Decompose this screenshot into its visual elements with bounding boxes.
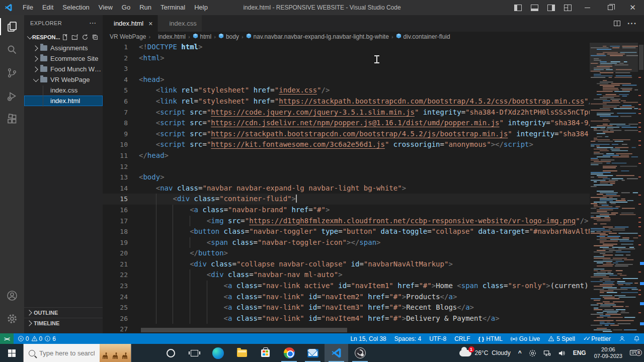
code-line-14[interactable]: 14 <nav class="navbar navbar-expand-lg n… (103, 183, 590, 194)
weather-widget[interactable]: 1 26°C Cloudy (455, 349, 515, 356)
code-line-9[interactable]: 9 <script src="https://stackpath.bootstr… (103, 129, 590, 140)
code-line-20[interactable]: 20 </button> (103, 248, 590, 259)
panel-timeline[interactable]: TIMELINE (24, 318, 103, 328)
code-line-15[interactable]: 15 <div class="container-fluid"> (103, 194, 590, 205)
language-indicator[interactable]: ENG (569, 349, 590, 356)
start-button[interactable] (0, 344, 23, 362)
task-view-button[interactable] (183, 344, 206, 362)
overview-ruler[interactable] (638, 42, 644, 333)
menu-selection[interactable]: Selection (58, 0, 94, 15)
tab-index.css[interactable]: index.css (158, 15, 202, 32)
close-button[interactable]: ✕ (621, 0, 644, 15)
new-file-icon[interactable] (61, 34, 68, 41)
menu-run[interactable]: Run (135, 0, 156, 15)
status-prettier[interactable]: ✓✓Prettier (579, 333, 615, 344)
breadcrumb-item[interactable]: html (193, 33, 212, 40)
explorer-more-icon[interactable]: ··· (90, 20, 97, 26)
tree-item-vr-webpage[interactable]: VR WebPage (24, 74, 103, 85)
code-line-12[interactable]: 12 (103, 161, 590, 172)
split-editor-icon[interactable] (614, 21, 620, 26)
code-line-6[interactable]: 6 <link rel="stylesheet" href="https://s… (103, 96, 590, 107)
code-line-13[interactable]: 13<body> (103, 172, 590, 183)
customize-layout-icon[interactable] (564, 5, 572, 11)
taskbar-search[interactable] (23, 344, 131, 362)
breadcrumb-item[interactable]: body (218, 33, 239, 40)
problems-indicator[interactable]: 006 (14, 335, 60, 342)
status-feedback[interactable] (615, 333, 629, 344)
extensions-icon[interactable] (0, 108, 24, 131)
taskbar-clock[interactable]: 20:06 07-09-2023 (590, 346, 626, 359)
tree-item-index-html[interactable]: index.html (24, 96, 103, 106)
panel-outline[interactable]: OUTLINE (24, 307, 103, 318)
search-icon[interactable] (0, 38, 24, 61)
breadcrumb-item[interactable]: div.container-fluid (396, 33, 450, 40)
teams-tray-icon[interactable] (525, 349, 540, 357)
obs-button[interactable] (348, 344, 372, 362)
code-line-1[interactable]: 1<!DOCTYPE html> (103, 42, 590, 53)
refresh-icon[interactable] (82, 34, 89, 41)
menu-file[interactable]: File (18, 0, 38, 15)
account-icon[interactable] (0, 284, 24, 307)
tree-item-food-munch-web-[interactable]: Food Munch Web... (24, 64, 103, 74)
status-go-live[interactable]: Go Live (507, 333, 544, 344)
code-line-21[interactable]: 21 <div class="collapse navbar-collapse"… (103, 259, 590, 270)
source-control-icon[interactable] (0, 61, 24, 84)
horizontal-scrollbar[interactable] (141, 328, 347, 332)
more-actions-icon[interactable]: ··· (627, 19, 637, 28)
tree-item-assignments[interactable]: Assignments (24, 43, 103, 53)
code-line-24[interactable]: 24 <a class="nav-link" id="navItem2" hre… (103, 292, 590, 303)
code-line-16[interactable]: 16 <a class="navbar-brand" href="#"> (103, 205, 590, 216)
menu-go[interactable]: Go (117, 0, 135, 15)
minimize-button[interactable] (576, 0, 599, 15)
toggle-panel-icon[interactable] (531, 5, 538, 11)
tree-item-index-css[interactable]: index.css (24, 85, 103, 96)
status-spell[interactable]: 5 Spell (544, 333, 579, 344)
code-line-7[interactable]: 7 <script src="https://code.jquery.com/j… (103, 107, 590, 118)
code-line-4[interactable]: 4<head> (103, 74, 590, 85)
new-folder-icon[interactable] (71, 34, 78, 41)
code-line-18[interactable]: 18 <button class="navbar-toggler" type="… (103, 226, 590, 237)
mail-button[interactable] (301, 344, 325, 362)
status-encoding[interactable]: UTF-8 (425, 333, 450, 344)
volume-tray-icon[interactable] (554, 349, 569, 357)
breadcrumb-item[interactable]: index.html (153, 33, 186, 40)
maximize-button[interactable] (599, 0, 621, 15)
code-line-25[interactable]: 25 <a class="nav-link" id="navItem3" hre… (103, 302, 590, 313)
store-button[interactable] (254, 344, 277, 362)
settings-gear-icon[interactable] (0, 307, 24, 330)
workspace-section-header[interactable]: RESPON... (24, 31, 103, 43)
tree-item-ecommerce-site[interactable]: Ecommerce Site (24, 53, 103, 64)
code-line-5[interactable]: 5 <link rel="stylesheet" href="index.css… (103, 85, 590, 96)
code-line-19[interactable]: 19 <span class="navbar-toggler-icon"></s… (103, 237, 590, 248)
code-line-23[interactable]: 23 <a class="nav-link active" id="navIte… (103, 281, 590, 292)
menu-terminal[interactable]: Terminal (156, 0, 190, 15)
menu-edit[interactable]: Edit (38, 0, 58, 15)
breadcrumb-item[interactable]: nav.navbar.navbar-expand-lg.navbar-light… (246, 33, 389, 40)
minimap[interactable] (590, 42, 638, 333)
run-debug-icon[interactable] (0, 84, 24, 108)
network-tray-icon[interactable] (540, 349, 554, 357)
cortana-button[interactable] (159, 344, 183, 362)
close-tab-icon[interactable]: × (148, 20, 152, 28)
code-line-10[interactable]: 10 <script src="https://kit.fontawesome.… (103, 139, 590, 150)
toggle-secondary-sidebar-icon[interactable] (547, 5, 555, 11)
code-line-26[interactable]: 26 <a class="nav-link" id="navItem4" hre… (103, 313, 590, 324)
code-line-22[interactable]: 22 <div class="navbar-nav ml-auto"> (103, 269, 590, 281)
tab-index.html[interactable]: index.html× (103, 15, 158, 32)
tray-chevron-icon[interactable]: ^ (515, 349, 525, 356)
status-language-mode[interactable]: { }HTML (474, 333, 507, 344)
menu-view[interactable]: View (94, 0, 117, 15)
code-line-11[interactable]: 11</head> (103, 150, 590, 161)
menu-help[interactable]: Help (190, 0, 212, 15)
code-line-3[interactable]: 3 (103, 63, 590, 74)
breadcrumb-item[interactable]: VR WebPage (110, 33, 146, 40)
vscode-taskbar-button[interactable] (325, 344, 348, 362)
edge-button[interactable] (206, 344, 230, 362)
status-notifications[interactable] (629, 333, 644, 344)
code-line-8[interactable]: 8 <script src="https://cdn.jsdelivr.net/… (103, 118, 590, 129)
status-cursor-position[interactable]: Ln 15, Col 38 (346, 333, 390, 344)
explorer-icon[interactable] (0, 15, 24, 38)
collapse-all-icon[interactable] (92, 34, 99, 41)
toggle-sidebar-icon[interactable] (514, 5, 522, 11)
search-input[interactable] (39, 349, 95, 357)
